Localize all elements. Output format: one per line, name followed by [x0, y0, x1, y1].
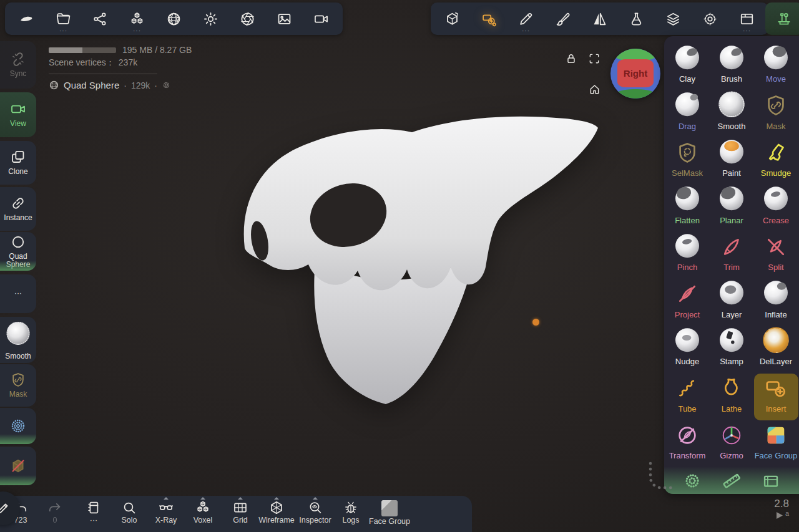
interface-button[interactable]: ··· [728, 2, 765, 35]
pen-button[interactable]: ··· [507, 2, 544, 35]
tool-layer[interactable]: Layer [710, 279, 754, 327]
shield-link-icon [10, 372, 26, 388]
tool-planar[interactable]: Planar [710, 185, 754, 233]
settings-button[interactable] [692, 2, 728, 35]
tool-clay[interactable]: Clay [665, 44, 710, 91]
app-logo-button[interactable] [8, 2, 45, 35]
tool-smudge[interactable]: Smudge [754, 138, 798, 185]
tool-flatten[interactable]: Flatten [665, 185, 710, 233]
sidebar-item-view[interactable]: View [0, 92, 36, 137]
object-name[interactable]: Quad Sphere [64, 80, 119, 90]
ball-smooth-icon [718, 91, 745, 119]
sidebar-item-smooth[interactable]: Smooth [0, 317, 36, 363]
tool-label: Face Group [755, 451, 798, 460]
tool-dellayer[interactable]: DelLayer [754, 326, 798, 374]
tool-lathe[interactable]: Lathe [710, 374, 754, 421]
orientation-gizmo[interactable]: Right [610, 49, 660, 99]
sidebar-item-mask[interactable]: Mask [0, 364, 36, 407]
solo-button[interactable]: Solo [111, 497, 147, 525]
history-button[interactable]: ··· [76, 497, 112, 525]
tool-pinch[interactable]: Pinch [665, 232, 710, 279]
tool-insert[interactable]: Insert [754, 374, 798, 421]
sidebar-item--[interactable]: ··· [0, 274, 36, 313]
background-button[interactable] [266, 2, 303, 35]
material-button[interactable] [155, 2, 192, 35]
knife-slash-icon [764, 235, 788, 259]
ball-nudge-icon [675, 328, 699, 354]
sidebar-item-label: Sync [10, 70, 27, 78]
model-mask [244, 117, 598, 291]
tool-crease[interactable]: Crease [754, 185, 798, 233]
tool-label: Trim [723, 263, 740, 272]
scene-graph-button[interactable] [82, 2, 119, 35]
tool-brush[interactable]: Brush [710, 44, 754, 91]
magnifier-icon [122, 500, 137, 515]
lock-view-button[interactable] [565, 52, 577, 67]
caret-up-icon [313, 497, 318, 500]
gizmo-front-face[interactable]: Right [617, 59, 654, 87]
partial-tool[interactable] [760, 470, 782, 491]
home-view-button[interactable] [588, 83, 601, 99]
tool-project[interactable]: Project [665, 279, 710, 327]
tool-mask[interactable]: Mask [754, 91, 798, 138]
memory-bar [49, 47, 116, 53]
tool-drag[interactable]: Drag [665, 91, 710, 138]
tool-label: Clay [679, 74, 695, 84]
post-process-button[interactable] [229, 2, 266, 35]
layers-button[interactable] [655, 2, 692, 35]
inspector-button[interactable]: Inspector [297, 497, 333, 525]
box-3d-icon [444, 11, 460, 27]
painting-button[interactable] [544, 2, 581, 35]
tool-selmask[interactable]: SelMask [665, 138, 710, 185]
tool-label: Inflate [765, 310, 787, 319]
objects-button[interactable]: ··· [119, 2, 155, 35]
sidebar-item-clone[interactable]: Clone [0, 141, 36, 185]
caret-up-icon [164, 497, 169, 500]
logs-button[interactable]: Logs [333, 497, 369, 525]
symmetry-button[interactable] [581, 2, 618, 35]
toolbox-button[interactable] [765, 2, 799, 35]
scene-button[interactable] [434, 2, 471, 35]
tool-smooth[interactable]: Smooth [710, 91, 754, 138]
experimental-button[interactable] [618, 2, 655, 35]
tool-tube[interactable]: Tube [665, 374, 710, 421]
tool-inflate[interactable]: Inflate [754, 279, 798, 327]
tool-face-group[interactable]: Face Group [754, 420, 798, 468]
redo-button[interactable]: 0 [37, 497, 73, 525]
workbench-icon [776, 11, 792, 27]
partial-tool[interactable] [682, 470, 703, 491]
xray-button[interactable]: X-Ray [148, 497, 184, 525]
tool-nudge[interactable]: Nudge [665, 326, 710, 374]
facegroup-colored-icon [764, 423, 788, 447]
sidebar-item-label: Smooth [5, 352, 31, 360]
overflow-dots: ··· [728, 28, 765, 34]
insert-tool-button[interactable] [471, 2, 507, 35]
voxel-button[interactable]: Voxel [185, 497, 221, 525]
tool-label: Pinch [677, 263, 698, 272]
sidebar-item-instance[interactable]: Instance [0, 187, 36, 231]
gizmo-bottom-face[interactable] [615, 89, 655, 99]
sidebar-item-slashed-cube[interactable] [0, 447, 36, 485]
face-group-button[interactable]: Face Group [371, 497, 408, 526]
tool-split[interactable]: Split [754, 232, 798, 279]
sidebar-item-label: Clone [8, 168, 27, 176]
tool-transform[interactable]: Transform [665, 420, 710, 468]
fullscreen-button[interactable] [588, 52, 600, 67]
tool-trim[interactable]: Trim [710, 232, 754, 279]
viewport-3d-model[interactable] [212, 99, 624, 423]
tool-stamp[interactable]: Stamp [710, 326, 754, 374]
sidebar-item-dotted-ball[interactable] [0, 408, 36, 444]
tool-paint[interactable]: Paint [710, 138, 754, 185]
sidebar-item-sync[interactable]: Sync [0, 41, 36, 89]
tool-gizmo[interactable]: Gizmo [710, 420, 754, 468]
grid-button[interactable]: Grid [222, 497, 258, 525]
tube-icon [675, 376, 699, 400]
scene-info: 195 MB / 8.27 GB Scene vertices： 237k Qu… [49, 45, 192, 90]
tool-move[interactable]: Move [754, 44, 798, 91]
files-button[interactable]: ··· [45, 2, 82, 35]
lighting-button[interactable] [192, 2, 229, 35]
sidebar-item-quad-sphere[interactable]: Quad Sphere [0, 232, 36, 271]
partial-tool[interactable] [721, 470, 742, 491]
wireframe-button[interactable]: Wireframe [258, 497, 295, 525]
camera-button[interactable] [303, 2, 340, 35]
